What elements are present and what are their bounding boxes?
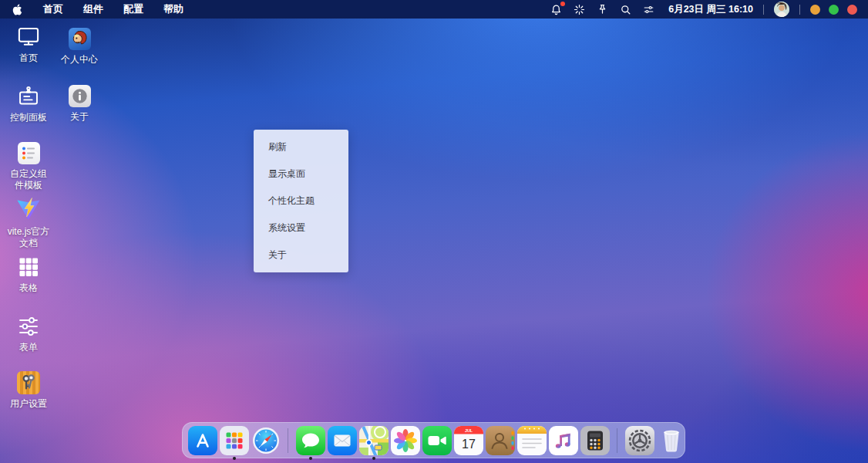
dock-facetime-icon[interactable] xyxy=(422,426,452,455)
dock-messages-icon[interactable] xyxy=(296,426,325,455)
desktop-icon-label: 控制面板 xyxy=(10,112,47,123)
dock-music-icon[interactable] xyxy=(549,426,578,455)
menu-help[interactable]: 帮助 xyxy=(155,0,192,19)
context-menu-item-system-settings[interactable]: 系统设置 xyxy=(254,215,348,242)
dock-app-store-icon[interactable] xyxy=(188,426,217,455)
dock-settings-icon[interactable] xyxy=(625,426,654,455)
sliders-icon xyxy=(17,315,40,338)
monitor-icon xyxy=(17,25,40,49)
traffic-light-yellow[interactable] xyxy=(810,5,820,15)
dock: JUL 17 xyxy=(182,422,685,458)
dock-mail-icon[interactable] xyxy=(328,426,357,455)
desktop-icon-label: 表格 xyxy=(19,282,38,294)
pin-icon[interactable] xyxy=(596,3,609,16)
info-icon xyxy=(69,85,91,107)
desktop-icon-label: 用户设置 xyxy=(10,398,47,410)
desktop-icon-label: 表单 xyxy=(19,342,38,353)
desktop-icon-about[interactable]: 关于 xyxy=(56,85,103,123)
running-indicator xyxy=(309,457,312,460)
notification-badge xyxy=(560,2,565,6)
desktop-icon-label: 首页 xyxy=(19,52,38,64)
context-menu-item-personalize-theme[interactable]: 个性化主题 xyxy=(254,188,348,215)
desktop-icon-profile[interactable]: 个人中心 xyxy=(56,28,103,66)
dock-trash-icon[interactable] xyxy=(657,426,686,455)
context-menu-item-show-desktop[interactable]: 显示桌面 xyxy=(254,161,348,188)
dock-divider xyxy=(288,428,288,453)
reminders-list-icon xyxy=(18,142,40,164)
monkey-avatar-icon xyxy=(69,28,91,50)
search-icon[interactable] xyxy=(619,3,632,16)
desktop-icon-label: 关于 xyxy=(70,111,89,123)
dock-photos-icon[interactable] xyxy=(391,426,420,455)
traffic-light-red[interactable] xyxy=(847,5,857,15)
desktop-icon-table[interactable]: 表格 xyxy=(5,255,52,294)
menu-config[interactable]: 配置 xyxy=(115,0,152,19)
apple-logo-icon[interactable] xyxy=(11,3,24,16)
desktop-icon-control-panel[interactable]: 控制面板 xyxy=(5,85,52,123)
desktop-icon-label: 自定义组件模板 xyxy=(7,168,50,191)
desktop-icon-user-settings[interactable]: 用户设置 xyxy=(5,371,52,410)
dock-calendar-icon[interactable]: JUL 17 xyxy=(454,426,483,455)
traffic-light-green[interactable] xyxy=(829,5,839,15)
menu-bar: 首页 组件 配置 帮助 xyxy=(0,0,868,19)
desktop-icon-custom-widget-template[interactable]: 自定义组件模板 xyxy=(5,142,52,191)
menubar-separator xyxy=(799,5,800,15)
dock-maps-icon[interactable] xyxy=(359,426,389,455)
menubar-separator xyxy=(763,5,764,15)
dock-divider xyxy=(617,428,617,453)
dock-contacts-icon[interactable] xyxy=(486,426,515,455)
menubar-clock[interactable]: 6月23日 周三 16:10 xyxy=(668,3,753,16)
bell-icon[interactable] xyxy=(550,3,563,16)
dock-safari-icon[interactable] xyxy=(251,426,281,455)
vite-logo-icon xyxy=(15,196,42,222)
desktop-icon-form[interactable]: 表单 xyxy=(5,315,52,353)
desktop-icon-vite-docs[interactable]: vite.js官方文档 xyxy=(5,196,52,249)
dock-notes-icon[interactable] xyxy=(517,426,547,455)
control-board-icon xyxy=(17,85,40,108)
calendar-day: 17 xyxy=(462,437,476,450)
desktop: 首页 组件 配置 帮助 xyxy=(0,0,868,463)
context-menu-item-refresh[interactable]: 刷新 xyxy=(254,133,348,161)
dock-calculator-icon[interactable] xyxy=(580,426,610,455)
dock-launchpad-icon[interactable] xyxy=(220,426,249,455)
menu-components[interactable]: 组件 xyxy=(75,0,112,19)
keychain-icon xyxy=(17,371,40,394)
desktop-icon-home[interactable]: 首页 xyxy=(5,25,52,64)
desktop-context-menu: 刷新 显示桌面 个性化主题 系统设置 关于 xyxy=(254,130,348,272)
control-center-icon[interactable] xyxy=(642,3,655,16)
running-indicator xyxy=(233,457,236,460)
menu-home[interactable]: 首页 xyxy=(35,0,72,19)
sparkle-icon[interactable] xyxy=(573,3,586,16)
desktop-icon-label: 个人中心 xyxy=(61,54,98,66)
user-avatar[interactable] xyxy=(774,2,789,17)
context-menu-item-about[interactable]: 关于 xyxy=(254,242,348,269)
running-indicator xyxy=(372,457,375,460)
desktop-icon-label: vite.js官方文档 xyxy=(7,226,50,249)
grid-icon xyxy=(17,255,40,279)
calendar-month: JUL xyxy=(464,428,473,432)
